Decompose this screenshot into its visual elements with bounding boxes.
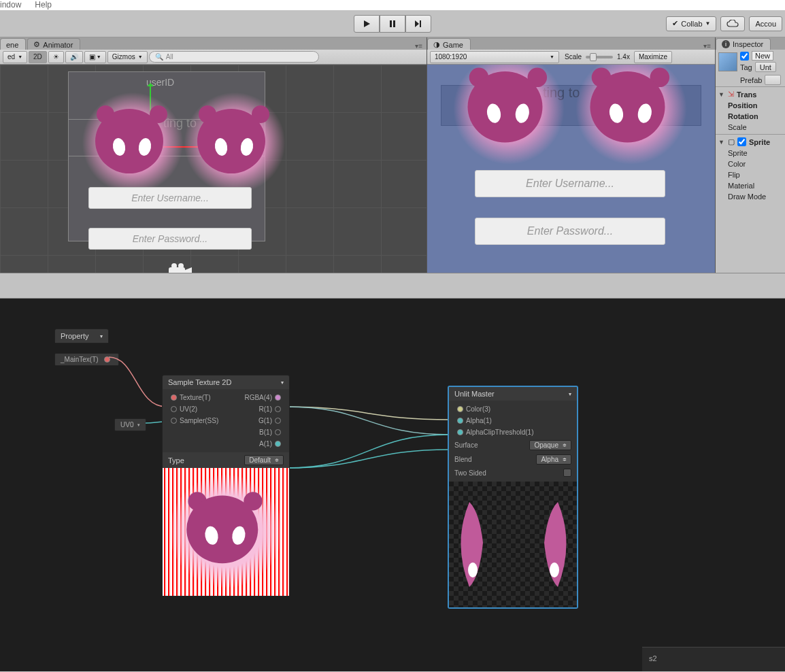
property-header: Property ▾ [55, 329, 108, 343]
step-button[interactable] [405, 15, 431, 33]
transform-header[interactable]: Trans [737, 90, 756, 99]
sun-icon: ☀ [53, 53, 59, 61]
surface-dropdown[interactable]: Opaque ≑ [529, 440, 571, 450]
game-tab-header: ◑ Game ▾≡ [427, 37, 715, 50]
character-sprite-game-1 [461, 65, 558, 158]
type-dropdown[interactable]: Default ≑ [244, 455, 284, 465]
sprite-enabled-checkbox[interactable] [737, 137, 746, 146]
tab-dropdown-icon[interactable]: ▾≡ [699, 42, 715, 50]
active-checkbox[interactable] [740, 52, 749, 61]
password-input-game: Enter Password... [475, 218, 665, 245]
sprite-header[interactable]: Sprite [749, 138, 770, 146]
blackboard-property[interactable]: Property ▾ [54, 329, 109, 343]
maintex-property[interactable]: _MainTex(T) [54, 353, 119, 366]
scale-label: Scale [565, 53, 582, 61]
character-sprite-2[interactable] [190, 99, 279, 187]
chevron-down-icon[interactable]: ▾ [100, 333, 103, 339]
node-title: Sample Texture 2D ▾ [163, 375, 289, 389]
tab-scene[interactable]: ene [0, 38, 26, 50]
fold-icon[interactable]: ▼ [718, 139, 725, 146]
unlit-master-node[interactable]: Unlit Master ▾ Color(3) Alpha(1) AlphaCl… [448, 386, 578, 609]
sample-texture-node[interactable]: Sample Texture 2D ▾ Texture(T) UV(2) Sam… [162, 375, 290, 597]
animator-icon: ⚙ [33, 40, 40, 49]
character-sprite-1[interactable] [88, 99, 177, 187]
cloud-button[interactable] [720, 16, 745, 31]
svg-rect-1 [393, 20, 395, 27]
account-button[interactable]: Accou [749, 16, 782, 31]
port-texture-in[interactable]: Texture(T) [163, 392, 226, 403]
port-r-out[interactable]: R(1) [226, 403, 289, 415]
port-uv-in[interactable]: UV(2) [163, 403, 226, 415]
port-b-out[interactable]: B(1) [226, 426, 289, 438]
svg-point-5 [178, 263, 184, 269]
cloud-icon [726, 20, 739, 28]
menu-bar: indow Help [0, 0, 785, 10]
username-input-preview: Enter Username... [88, 187, 252, 209]
pause-button[interactable] [380, 15, 405, 33]
port-color-in[interactable]: Color(3) [449, 403, 577, 415]
port-g-out[interactable]: G(1) [226, 415, 289, 426]
blend-dropdown[interactable]: Alpha ≑ [536, 454, 571, 465]
svg-point-6 [468, 562, 478, 577]
port-sampler-in[interactable]: Sampler(SS) [163, 415, 226, 426]
2d-toggle[interactable]: 2D [29, 51, 47, 63]
effects-toggle[interactable]: ▣▼ [84, 51, 106, 63]
menu-window[interactable]: indow [0, 0, 21, 10]
svg-point-7 [550, 562, 559, 577]
gameobject-icon[interactable] [718, 52, 737, 71]
status-bar: s2 [642, 647, 785, 671]
game-viewport: ting to Enter Username... Enter Password… [427, 65, 715, 273]
port-alphaclip-in[interactable]: AlphaClipThreshold(1) [449, 426, 577, 438]
fold-icon[interactable]: ▼ [718, 91, 725, 98]
port-alpha-in[interactable]: Alpha(1) [449, 415, 577, 426]
inspector-body: New Tag Unt Prefab ▼ ⇲ Trans Posi [716, 50, 785, 273]
port-rgba-out[interactable]: RGBA(4) [226, 392, 289, 403]
rotation-label: Rotation [716, 111, 785, 122]
lighting-toggle[interactable]: ☀ [48, 51, 64, 63]
collab-button[interactable]: ✔ Collab ▼ [666, 16, 716, 31]
name-field[interactable]: New [752, 51, 773, 61]
tag-dropdown[interactable]: Unt [755, 62, 776, 72]
material-field-label: Material [716, 180, 785, 191]
twosided-row: Two Sided [449, 467, 577, 479]
tab-game[interactable]: ◑ Game [427, 38, 471, 50]
tab-inspector[interactable]: i Inspector [716, 38, 771, 50]
svg-rect-0 [390, 20, 392, 27]
svg-rect-3 [169, 267, 185, 273]
scene-tab-header: ene ⚙ Animator ▾≡ [0, 37, 427, 50]
chevron-down-icon[interactable]: ▾ [281, 380, 284, 386]
password-input-preview: Enter Password... [88, 228, 252, 250]
prefab-button[interactable] [765, 75, 781, 85]
transform-icon: ⇲ [728, 90, 734, 99]
tab-animator[interactable]: ⚙ Animator [27, 38, 80, 50]
menu-help[interactable]: Help [35, 0, 52, 10]
port-a-out[interactable]: A(1) [226, 438, 289, 450]
play-button[interactable] [354, 15, 380, 33]
tab-dropdown-icon[interactable]: ▾≡ [411, 42, 427, 50]
chevron-down-icon[interactable]: ▾ [569, 391, 571, 397]
aspect-dropdown[interactable]: 1080:1920▼ [430, 51, 559, 63]
color-field-label: Color [716, 158, 785, 169]
scale-slider[interactable] [586, 56, 613, 58]
speaker-icon: 🔊 [70, 53, 78, 61]
sprite-field-label: Sprite [716, 148, 785, 158]
chevron-down-icon: ▼ [705, 20, 711, 27]
scene-viewport[interactable]: userID ting to Enter Username... Enter P… [0, 65, 427, 273]
position-label: Position [716, 100, 785, 111]
sprite-renderer-icon: ▢ [728, 137, 735, 146]
uv0-pill[interactable]: UV0▾ [114, 418, 146, 431]
type-row: Type Default ≑ [163, 452, 289, 468]
game-toolbar: 1080:1920▼ Scale 1.4x Maximize [427, 50, 715, 65]
gizmos-dropdown[interactable]: Gizmos ▼ [107, 51, 148, 63]
node-preview [163, 468, 289, 596]
scene-search-input[interactable]: 🔍 All [149, 51, 319, 63]
shader-graph-viewport[interactable]: Property ▾ _MainTex(T) UV0▾ Sample Textu… [0, 299, 785, 671]
maximize-button[interactable]: Maximize [634, 51, 672, 63]
twosided-checkbox[interactable] [563, 469, 571, 477]
shading-mode-dropdown[interactable]: ed ▼ [3, 51, 27, 63]
audio-toggle[interactable]: 🔊 [65, 51, 83, 63]
scene-toolbar: ed ▼ 2D ☀ 🔊 ▣▼ Gizmos ▼ 🔍 All [0, 50, 427, 65]
panel-divider[interactable] [0, 273, 785, 299]
master-preview [449, 482, 577, 607]
game-icon: ◑ [433, 40, 440, 49]
